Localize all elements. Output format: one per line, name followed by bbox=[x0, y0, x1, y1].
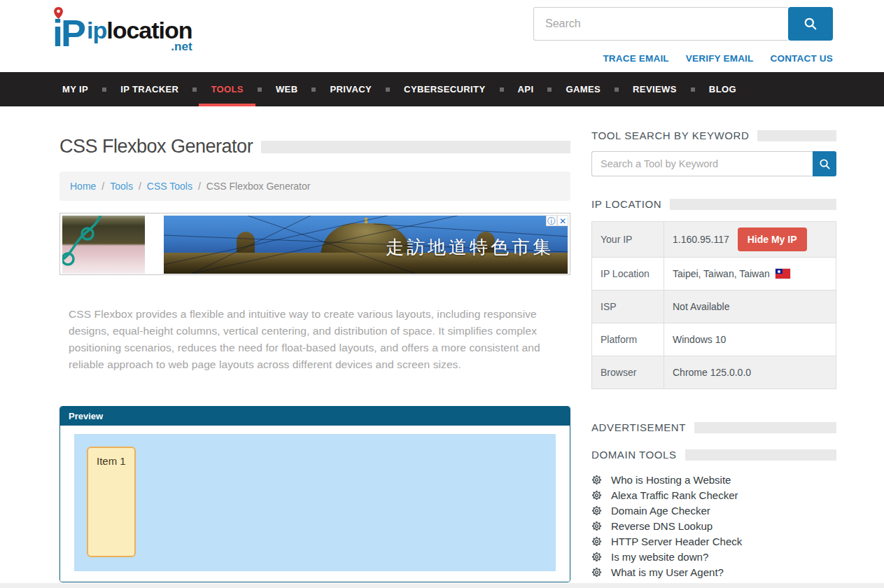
tool-search-button[interactable] bbox=[813, 151, 836, 176]
heading-decoration-bar bbox=[685, 449, 836, 461]
tool-description: CSS Flexbox provides a flexible and intu… bbox=[59, 306, 570, 373]
nav-separator bbox=[547, 88, 552, 92]
hide-my-ip-button[interactable]: Hide My IP bbox=[738, 227, 807, 251]
table-row: Browser Chrome 125.0.0.0 bbox=[592, 356, 836, 389]
list-item: Is my website down? bbox=[591, 549, 836, 564]
ad-close-icon[interactable]: ✕ bbox=[557, 215, 568, 226]
breadcrumb-current: CSS Flexbox Generator bbox=[206, 181, 311, 192]
header-search-input[interactable] bbox=[533, 7, 788, 41]
breadcrumb-tools[interactable]: Tools bbox=[110, 181, 133, 192]
tool-link-who-is-hosting[interactable]: Who is Hosting a Website bbox=[611, 474, 731, 486]
domain-tools-heading: DOMAIN TOOLS bbox=[591, 449, 677, 461]
nav-item-web[interactable]: WEB bbox=[264, 72, 310, 106]
preview-panel: Preview Item 1 bbox=[59, 406, 570, 582]
preview-panel-body: Item 1 bbox=[60, 426, 570, 582]
nav-separator bbox=[691, 88, 695, 92]
nav-item-reviews[interactable]: REVIEWS bbox=[621, 72, 689, 106]
tool-link-website-down[interactable]: Is my website down? bbox=[611, 551, 708, 563]
advertisement-heading: ADVERTISEMENT bbox=[591, 421, 686, 433]
nav-item-ip-tracker[interactable]: IP TRACKER bbox=[108, 72, 190, 106]
ad-controls: ⓘ ✕ bbox=[546, 215, 568, 226]
main-column: CSS Flexbox Generator Home / Tools / CSS… bbox=[59, 106, 570, 582]
trace-email-link[interactable]: TRACE EMAIL bbox=[603, 53, 668, 64]
nav-separator bbox=[311, 88, 316, 92]
nav-item-privacy[interactable]: PRIVACY bbox=[318, 72, 384, 106]
ad-gap bbox=[145, 216, 164, 272]
logo-word-ip: ip bbox=[87, 17, 106, 43]
tool-link-reverse-dns[interactable]: Reverse DNS Lookup bbox=[611, 520, 713, 532]
nav-separator bbox=[615, 88, 619, 92]
nav-item-games[interactable]: GAMES bbox=[554, 72, 612, 106]
gear-icon bbox=[591, 552, 602, 562]
heading-decoration-bar bbox=[670, 199, 836, 210]
table-row: IP Location Taipei, Taiwan, Taiwan bbox=[592, 258, 836, 290]
ad-image-building: 走訪地道特色市集 bbox=[164, 216, 568, 274]
row-label: IP Location bbox=[592, 258, 664, 290]
sidebar: TOOL SEARCH BY KEYWORD IP LOCATION Your … bbox=[591, 106, 836, 582]
nav-item-blog[interactable]: BLOG bbox=[697, 72, 748, 106]
gear-icon bbox=[591, 475, 602, 485]
site-logo[interactable]: iP iplocation .net bbox=[52, 4, 192, 52]
breadcrumb: Home / Tools / CSS Tools / CSS Flexbox G… bbox=[59, 172, 570, 201]
nav-item-my-ip[interactable]: MY IP bbox=[50, 72, 100, 106]
title-row: CSS Flexbox Generator bbox=[59, 136, 570, 158]
title-decoration-bar bbox=[261, 141, 570, 153]
gear-icon bbox=[591, 521, 602, 531]
flex-preview-item-1: Item 1 bbox=[87, 447, 136, 557]
list-item: Who is Hosting a Website bbox=[591, 472, 836, 487]
gear-icon bbox=[591, 505, 602, 516]
location-pin-icon bbox=[54, 7, 63, 19]
tool-link-alexa-rank[interactable]: Alexa Traffic Rank Checker bbox=[611, 489, 738, 501]
ad-banner[interactable]: 走訪地道特色市集 ⓘ ✕ bbox=[59, 213, 570, 275]
row-value-cell: 1.160.95.117Hide My IP bbox=[664, 222, 836, 258]
tool-search bbox=[591, 151, 836, 176]
list-item: Alexa Traffic Rank Checker bbox=[591, 487, 836, 503]
header-search bbox=[533, 7, 833, 41]
search-icon bbox=[819, 158, 831, 170]
ad-image-landscape bbox=[62, 216, 145, 274]
main-nav: MY IP IP TRACKER TOOLS WEB PRIVACY CYBER… bbox=[0, 72, 884, 106]
browser-value: Chrome 125.0.0.0 bbox=[664, 356, 836, 389]
row-label: Platform bbox=[592, 323, 664, 356]
tool-search-heading-row: TOOL SEARCH BY KEYWORD bbox=[591, 130, 836, 141]
breadcrumb-home[interactable]: Home bbox=[70, 181, 96, 192]
nav-separator bbox=[102, 88, 106, 92]
taiwan-flag-icon bbox=[776, 269, 790, 279]
breadcrumb-css-tools[interactable]: CSS Tools bbox=[147, 181, 192, 192]
nav-separator bbox=[386, 88, 390, 92]
tool-search-input[interactable] bbox=[591, 151, 813, 176]
tool-search-heading: TOOL SEARCH BY KEYWORD bbox=[591, 130, 749, 141]
ad-caption: 走訪地道特色市集 bbox=[386, 235, 554, 260]
tool-link-user-agent[interactable]: What is my User Agent? bbox=[611, 566, 724, 578]
breadcrumb-separator: / bbox=[101, 181, 104, 192]
table-row: Your IP 1.160.95.117Hide My IP bbox=[592, 222, 836, 258]
ip-location-table: Your IP 1.160.95.117Hide My IP IP Locati… bbox=[591, 221, 836, 389]
ip-location-value: Taipei, Taiwan, Taiwan bbox=[673, 268, 770, 279]
list-item: Domain Age Checker bbox=[591, 503, 836, 518]
platform-value: Windows 10 bbox=[664, 323, 836, 356]
flex-preview-container: Item 1 bbox=[74, 434, 556, 571]
list-item: HTTP Server Header Check bbox=[591, 533, 836, 549]
page-title: CSS Flexbox Generator bbox=[59, 136, 253, 158]
heading-decoration-bar bbox=[694, 422, 836, 433]
your-ip-value: 1.160.95.117 bbox=[673, 234, 729, 245]
row-label: Your IP bbox=[592, 222, 664, 258]
nav-item-api[interactable]: API bbox=[506, 72, 546, 106]
tool-link-domain-age[interactable]: Domain Age Checker bbox=[611, 505, 710, 517]
contact-us-link[interactable]: CONTACT US bbox=[771, 53, 834, 64]
breadcrumb-separator: / bbox=[139, 181, 141, 192]
gear-icon bbox=[591, 490, 602, 500]
nav-separator bbox=[258, 88, 262, 92]
header-search-button[interactable] bbox=[788, 7, 833, 41]
verify-email-link[interactable]: VERIFY EMAIL bbox=[686, 53, 754, 64]
preview-panel-header: Preview bbox=[60, 407, 570, 426]
nav-separator bbox=[192, 88, 197, 92]
row-label: ISP bbox=[592, 290, 664, 323]
ad-info-icon[interactable]: ⓘ bbox=[546, 215, 557, 226]
list-item: Reverse DNS Lookup bbox=[591, 518, 836, 533]
nav-item-cybersecurity[interactable]: CYBERSECURITY bbox=[392, 72, 497, 106]
tool-link-http-header[interactable]: HTTP Server Header Check bbox=[611, 536, 742, 547]
nav-item-tools[interactable]: TOOLS bbox=[199, 72, 255, 106]
list-item: What is my User Agent? bbox=[591, 564, 836, 580]
gear-icon bbox=[591, 536, 602, 547]
